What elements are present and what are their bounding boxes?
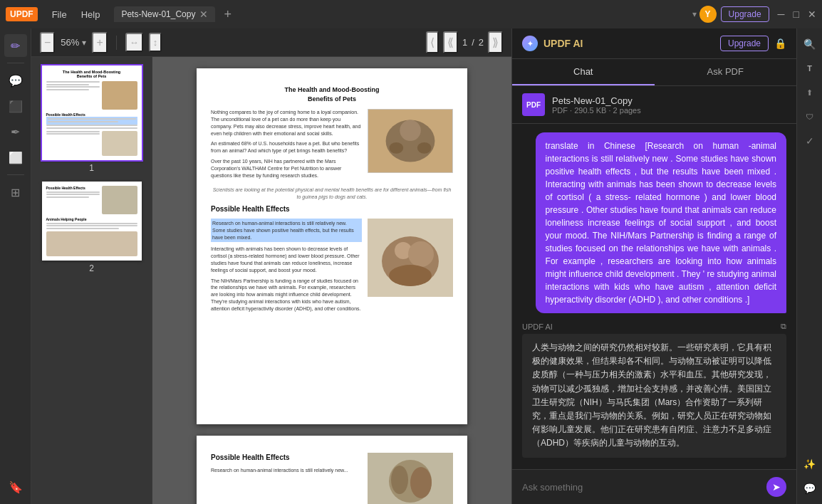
ai-file-info: PDF Pets-New-01_Copy PDF · 290.5 KB · 2 …: [512, 86, 796, 124]
titlebar: UPDF File Help Pets-New-01_Copy ✕ + ▾ Y …: [0, 0, 822, 28]
toolbar: − 56% ▾ + ↔ ↕ ⟨ ⟪ 1 / 2 ⟫: [31, 28, 511, 57]
edit-icon[interactable]: ✏: [4, 34, 27, 57]
prev-page-button[interactable]: ⟨: [426, 31, 439, 53]
page-navigation: ⟨ ⟪ 1 / 2 ⟫: [426, 31, 503, 53]
fit-page-button[interactable]: ↕: [149, 33, 162, 52]
lock-icon: 🔒: [774, 38, 786, 49]
sidebar-divider-2: [7, 174, 24, 175]
ai-panel-icon[interactable]: ✨: [800, 454, 820, 474]
ai-label-text: UPDF AI: [522, 322, 553, 331]
stamp-icon[interactable]: ⬛: [4, 95, 27, 117]
ai-file-meta: PDF · 290.5 KB · 2 pages: [552, 106, 786, 115]
copy-icon[interactable]: ⧉: [781, 322, 786, 331]
tab-chat[interactable]: Chat: [512, 59, 655, 85]
svg-point-4: [417, 142, 432, 154]
export-icon[interactable]: ⬆: [800, 83, 820, 103]
upgrade-button[interactable]: Upgrade: [721, 6, 769, 22]
pdf-para2: An estimated 68% of U.S. households have…: [211, 140, 362, 154]
ocr-icon[interactable]: T: [800, 58, 820, 78]
svg-point-3: [390, 142, 404, 154]
thumbnail-sidebar: The Health and Mood-BoostingBenefits of …: [31, 57, 152, 504]
pen-icon[interactable]: ✒: [4, 120, 27, 143]
menu-bar: File Help: [46, 6, 106, 23]
content-area: − 56% ▾ + ↔ ↕ ⟨ ⟪ 1 / 2 ⟫: [31, 28, 822, 504]
file-type-icon: PDF: [522, 93, 545, 116]
pdf-para3: Over the past 10 years, NIH has partnere…: [211, 158, 362, 179]
shape-icon[interactable]: ⬜: [4, 146, 27, 169]
left-sidebar: ✏ 💬 ⬛ ✒ ⬜ ⊞ 🔖: [0, 28, 31, 504]
upgrade-area: Y Upgrade: [699, 6, 769, 23]
ai-title-text: UPDF AI: [543, 38, 583, 49]
thumbnail-page-2[interactable]: Possible Health Effects Animals Helping …: [42, 182, 142, 261]
ai-input-field[interactable]: [522, 482, 761, 493]
pdf-page2-section: Possible Health Effects: [211, 453, 362, 463]
page-total: 2: [479, 37, 484, 48]
pdf-page2-text1: Research on human-animal interactions is…: [211, 467, 362, 474]
ai-file-details: Pets-New-01_Copy PDF · 290.5 KB · 2 page…: [552, 95, 786, 115]
zoom-value: 56%: [61, 37, 79, 48]
document-tab[interactable]: Pets-New-01_Copy ✕: [114, 6, 215, 22]
app-logo: UPDF: [6, 7, 38, 21]
zoom-display: 56% ▾: [61, 37, 86, 48]
user-message: translate in Chinese [Research on human …: [536, 132, 786, 313]
tab-title: Pets-New-01_Copy: [121, 9, 195, 19]
svg-point-9: [389, 265, 432, 286]
ai-upgrade-button[interactable]: Upgrade: [720, 36, 769, 51]
close-button[interactable]: ✕: [808, 9, 816, 20]
window-controls: ─ □ ✕: [778, 9, 816, 20]
add-tab-button[interactable]: +: [219, 6, 236, 23]
zoom-dropdown[interactable]: ▾: [82, 38, 86, 48]
toolbar-divider-1: [116, 36, 117, 50]
file-type-label: PDF: [526, 101, 541, 109]
ai-panel: ✦ UPDF AI Upgrade 🔒 Chat Ask PDF PDF: [511, 28, 796, 504]
user-avatar: Y: [699, 6, 717, 23]
page-separator: /: [472, 37, 474, 48]
maximize-button[interactable]: □: [794, 9, 799, 20]
zoom-out-button[interactable]: −: [40, 32, 55, 53]
nav-arrow[interactable]: ▾: [692, 9, 697, 19]
tab-ask-pdf[interactable]: Ask PDF: [655, 59, 797, 85]
svg-point-2: [400, 120, 421, 142]
ai-panel-header: ✦ UPDF AI Upgrade 🔒: [512, 28, 796, 59]
pdf-caption: Scientists are looking at the potential …: [211, 187, 453, 201]
fit-width-button[interactable]: ↔: [125, 33, 143, 52]
ai-chat-area: translate in Chinese [Research on human …: [512, 124, 796, 469]
page-current: 1: [462, 37, 467, 48]
bookmark-icon[interactable]: 🔖: [4, 476, 27, 498]
pdf-page-1: The Health and Mood-Boosting Benefits of…: [197, 68, 467, 424]
chat-panel-icon[interactable]: 💬: [800, 478, 820, 498]
next-page-button[interactable]: ⟫: [488, 31, 503, 53]
svg-point-13: [410, 467, 432, 498]
help-menu[interactable]: Help: [76, 6, 106, 23]
ai-panel-title: ✦ UPDF AI: [522, 36, 583, 51]
ai-send-button[interactable]: ➤: [766, 477, 786, 497]
ai-logo-icon: ✦: [522, 36, 538, 51]
search-panel-icon[interactable]: 🔍: [800, 34, 820, 54]
ai-response-container: UPDF AI ⧉ 人类与动物之间的研究仍然相对较新。一些研究表明，它具有积极的…: [522, 322, 786, 458]
pdf-page1-header: The Health and Mood-Boosting Benefits of…: [211, 85, 453, 103]
pdf-highlighted-text: Research on human-animal interactions is…: [211, 219, 362, 242]
pdf-intro-para: Nothing compares to the joy of coming ho…: [211, 109, 362, 137]
right-icon-bar: 🔍 T ⬆ 🛡 ✓ ✨ 💬: [796, 28, 822, 504]
minimize-button[interactable]: ─: [778, 9, 785, 20]
close-tab-button[interactable]: ✕: [199, 9, 208, 19]
ai-file-name: Pets-New-01_Copy: [552, 95, 786, 106]
pdf-section-text3: The NIH/Mars Partnership is funding a ra…: [211, 278, 362, 313]
layers-icon[interactable]: ⊞: [4, 181, 27, 204]
ai-message-text: 人类与动物之间的研究仍然相对较新。一些研究表明，它具有积极的健康效果，但结果却各…: [522, 334, 786, 458]
svg-point-8: [408, 241, 434, 267]
file-menu[interactable]: File: [46, 6, 73, 23]
svg-point-12: [391, 466, 408, 494]
sidebar-divider-1: [7, 63, 24, 63]
first-page-button[interactable]: ⟪: [443, 31, 458, 53]
comment-icon[interactable]: 💬: [4, 69, 27, 92]
zoom-in-button[interactable]: +: [92, 32, 107, 53]
ai-upgrade-area: Upgrade 🔒: [720, 36, 786, 51]
pdf-main-content: The Health and Mood-Boosting Benefits of…: [152, 57, 511, 504]
pdf-section-text2: Interacting with animals has been shown …: [211, 246, 362, 273]
thumbnail-page-1[interactable]: The Health and Mood-BoostingBenefits of …: [42, 65, 142, 160]
main-layout: ✏ 💬 ⬛ ✒ ⬜ ⊞ 🔖 − 56% ▾ + ↔ ↕ ⟨: [0, 28, 822, 504]
check-icon[interactable]: ✓: [800, 131, 820, 151]
ai-tabs: Chat Ask PDF: [512, 59, 796, 86]
protect-icon[interactable]: 🛡: [800, 107, 820, 127]
